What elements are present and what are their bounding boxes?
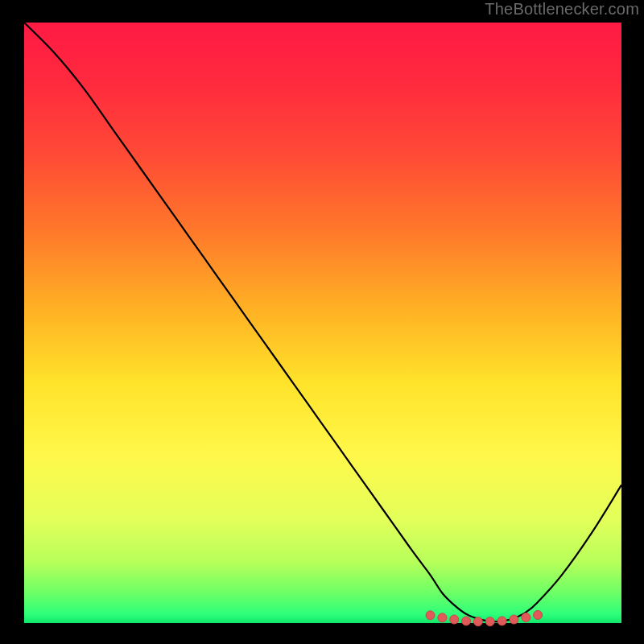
optimal-marker	[426, 611, 435, 620]
optimal-marker	[522, 613, 530, 621]
optimal-marker	[462, 617, 471, 625]
optimal-marker	[473, 617, 482, 626]
bottleneck-chart	[0, 0, 644, 644]
plot-background	[24, 23, 621, 623]
optimal-marker	[485, 617, 494, 626]
optimal-marker	[510, 615, 518, 624]
optimal-marker	[450, 615, 459, 624]
optimal-marker	[438, 613, 447, 622]
chart-container: TheBottlenecker.com	[0, 0, 644, 644]
optimal-marker	[497, 617, 506, 625]
optimal-marker	[534, 610, 543, 619]
